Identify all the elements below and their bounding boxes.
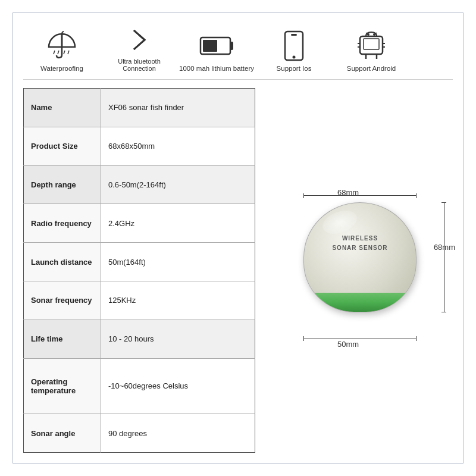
- dim-right-label: 68mm: [434, 242, 455, 251]
- ios-icon: [283, 30, 305, 61]
- spec-row-1: Product Size68x68x50mm: [24, 127, 255, 165]
- spec-label-4: Launch distance: [24, 243, 101, 281]
- sensor-body-wrapper: WIRELESS SONAR SENSOR: [303, 202, 416, 312]
- svg-rect-8: [203, 40, 217, 52]
- spec-value-4: 50m(164ft): [101, 243, 255, 281]
- sensor-text-line2: SONAR SENSOR: [332, 245, 387, 251]
- spec-label-8: Sonar angle: [24, 414, 101, 453]
- feature-waterproofing: Waterproofing: [23, 30, 101, 72]
- spec-row-8: Sonar angle90 degrees: [24, 414, 255, 453]
- dim-line-bottom: [303, 339, 416, 339]
- svg-line-5: [68, 51, 69, 54]
- spec-value-2: 0.6-50m(2-164ft): [101, 165, 255, 204]
- spec-label-7: Operating temperature: [24, 358, 101, 414]
- svg-rect-13: [364, 39, 379, 49]
- bluetooth-icon: [123, 23, 155, 54]
- svg-rect-10: [291, 34, 297, 36]
- spec-row-6: Life time10 - 20 hours: [24, 320, 255, 358]
- dim-top-label: 68mm: [337, 188, 359, 197]
- spec-row-7: Operating temperature-10~60degrees Celsi…: [24, 358, 255, 414]
- spec-row-3: Radio frequency2.4GHz: [24, 204, 255, 243]
- spec-row-0: NameXF06 sonar fish finder: [24, 89, 255, 127]
- spec-value-3: 2.4GHz: [101, 204, 255, 243]
- svg-line-3: [58, 51, 59, 54]
- spec-label-5: Sonar frequency: [24, 281, 101, 320]
- svg-rect-7: [230, 42, 233, 50]
- feature-android: Support Android: [333, 30, 410, 72]
- main-container: Waterproofing Ultra bluetooth Connection: [12, 12, 464, 464]
- spec-value-5: 125KHz: [101, 281, 255, 320]
- feature-bluetooth: Ultra bluetooth Connection: [101, 23, 178, 72]
- spec-label-3: Radio frequency: [24, 204, 101, 243]
- spec-value-1: 68x68x50mm: [101, 127, 255, 165]
- spec-label-6: Life time: [24, 320, 101, 358]
- ios-label: Support Ios: [277, 65, 312, 72]
- sensor-text-line1: WIRELESS: [342, 235, 378, 242]
- svg-point-22: [367, 33, 369, 36]
- umbrella-icon: [46, 30, 78, 61]
- content-area: NameXF06 sonar fish finderProduct Size68…: [23, 88, 453, 453]
- spec-value-6: 10 - 20 hours: [101, 320, 255, 358]
- svg-point-11: [293, 56, 296, 59]
- svg-line-4: [64, 51, 65, 54]
- sensor-text: WIRELESS SONAR SENSOR: [304, 234, 416, 253]
- waterproofing-label: Waterproofing: [40, 65, 83, 72]
- spec-row-5: Sonar frequency125KHz: [24, 281, 255, 320]
- spec-value-7: -10~60degrees Celsius: [101, 358, 255, 414]
- spec-table: NameXF06 sonar fish finderProduct Size68…: [23, 88, 255, 453]
- sensor-green-band: [304, 293, 416, 312]
- android-label: Support Android: [347, 65, 396, 72]
- sensor-diagram: 68mm 68mm 50mm WIRELESS SONAR SENSOR: [271, 190, 449, 357]
- spec-row-2: Depth range0.6-50m(2-164ft): [24, 165, 255, 204]
- dim-line-right: [444, 202, 444, 312]
- features-row: Waterproofing Ultra bluetooth Connection: [23, 23, 453, 80]
- dim-line-top: [303, 195, 416, 196]
- feature-ios: Support Ios: [255, 30, 333, 72]
- android-icon: [358, 30, 385, 61]
- battery-icon: [198, 30, 235, 61]
- spec-row-4: Launch distance50m(164ft): [24, 243, 255, 281]
- svg-line-2: [54, 51, 55, 54]
- diagram-area: 68mm 68mm 50mm WIRELESS SONAR SENSOR: [255, 88, 453, 453]
- svg-point-23: [373, 33, 375, 36]
- battery-label: 1000 mah lithium battery: [179, 65, 254, 72]
- sensor-body: WIRELESS SONAR SENSOR: [303, 202, 416, 312]
- spec-label-0: Name: [24, 89, 101, 127]
- spec-value-8: 90 degrees: [101, 414, 255, 453]
- bluetooth-label: Ultra bluetooth Connection: [101, 58, 178, 72]
- spec-label-1: Product Size: [24, 127, 101, 165]
- feature-battery: 1000 mah lithium battery: [178, 30, 255, 72]
- spec-value-0: XF06 sonar fish finder: [101, 89, 255, 127]
- spec-label-2: Depth range: [24, 165, 101, 204]
- dim-bottom-label: 50mm: [337, 340, 359, 349]
